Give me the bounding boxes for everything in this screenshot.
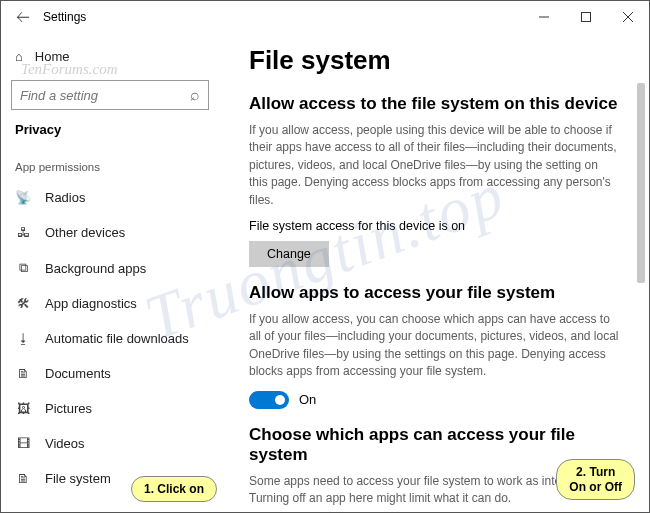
sidebar-item-home[interactable]: ⌂ Home — [11, 43, 209, 70]
maximize-button[interactable] — [565, 1, 607, 33]
sidebar-item-background-apps[interactable]: ⧉ Background apps — [11, 251, 209, 285]
section2-desc: If you allow access, you can choose whic… — [249, 311, 619, 381]
callout-1: 1. Click on — [131, 476, 217, 502]
file-icon: 🗎 — [15, 471, 31, 486]
sidebar-item-other-devices[interactable]: 🖧 Other devices — [11, 216, 209, 249]
search-icon: ⌕ — [190, 86, 200, 104]
nav-label: Pictures — [45, 401, 92, 416]
section1-title: Allow access to the file system on this … — [249, 94, 627, 114]
content-pane: File system Allow access to the file sys… — [219, 33, 649, 512]
section1-desc: If you allow access, people using this d… — [249, 122, 619, 209]
nav-label: App diagnostics — [45, 296, 137, 311]
window-title: Settings — [43, 10, 86, 24]
sidebar-item-pictures[interactable]: 🖼 Pictures — [11, 392, 209, 425]
allow-apps-toggle[interactable] — [249, 391, 289, 409]
documents-icon: 🗎 — [15, 366, 31, 381]
access-status: File system access for this device is on — [249, 219, 627, 233]
nav-label: File system — [45, 471, 111, 486]
search-field[interactable] — [20, 88, 190, 103]
radios-icon: 📡 — [15, 190, 31, 205]
diagnostics-icon: 🛠 — [15, 296, 31, 311]
callout-2: 2. TurnOn or Off — [556, 459, 635, 500]
devices-icon: 🖧 — [15, 225, 31, 240]
download-icon: ⭳ — [15, 331, 31, 346]
nav-label: Automatic file downloads — [45, 331, 189, 346]
section-label: App permissions — [11, 161, 209, 173]
nav-label: Documents — [45, 366, 111, 381]
back-button[interactable]: 🡠 — [9, 9, 37, 25]
nav-label: Videos — [45, 436, 85, 451]
background-icon: ⧉ — [15, 260, 31, 276]
section2-title: Allow apps to access your file system — [249, 283, 627, 303]
search-input[interactable]: ⌕ — [11, 80, 209, 110]
allow-apps-toggle-label: On — [299, 392, 316, 407]
svg-rect-1 — [582, 13, 591, 22]
category-label: Privacy — [11, 122, 209, 137]
window-controls — [523, 1, 649, 33]
sidebar: ⌂ Home ⌕ Privacy App permissions 📡 Radio… — [1, 33, 219, 512]
nav-list: 📡 Radios 🖧 Other devices ⧉ Background ap… — [11, 181, 209, 495]
pictures-icon: 🖼 — [15, 401, 31, 416]
nav-label: Radios — [45, 190, 85, 205]
allow-apps-toggle-row: On — [249, 391, 627, 409]
sidebar-item-auto-downloads[interactable]: ⭳ Automatic file downloads — [11, 322, 209, 355]
change-button[interactable]: Change — [249, 241, 329, 267]
sidebar-item-radios[interactable]: 📡 Radios — [11, 181, 209, 214]
scrollbar[interactable] — [637, 83, 645, 283]
videos-icon: 🎞 — [15, 436, 31, 451]
page-title: File system — [249, 45, 627, 76]
minimize-button[interactable] — [523, 1, 565, 33]
title-bar: 🡠 Settings — [1, 1, 649, 33]
sidebar-item-app-diagnostics[interactable]: 🛠 App diagnostics — [11, 287, 209, 320]
close-button[interactable] — [607, 1, 649, 33]
home-icon: ⌂ — [15, 49, 23, 64]
home-label: Home — [35, 49, 70, 64]
sidebar-item-documents[interactable]: 🗎 Documents — [11, 357, 209, 390]
nav-label: Background apps — [45, 261, 146, 276]
sidebar-item-videos[interactable]: 🎞 Videos — [11, 427, 209, 460]
nav-label: Other devices — [45, 225, 125, 240]
